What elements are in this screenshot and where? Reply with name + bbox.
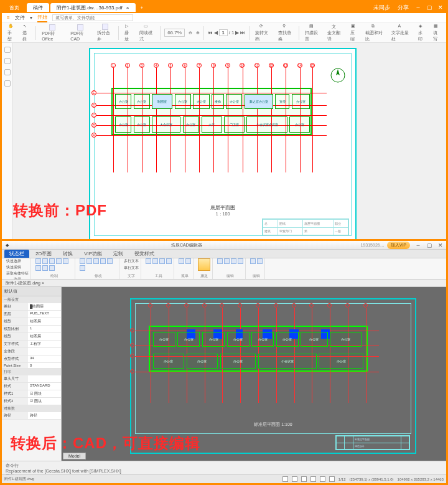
comments-icon[interactable] <box>4 69 11 75</box>
property-row[interactable]: 线型绘图层 <box>2 333 61 341</box>
close-window-icon[interactable]: ✕ <box>435 4 446 11</box>
tab-home[interactable]: 首页 <box>3 3 26 12</box>
read-mode-button[interactable]: ▭阅读模式 <box>138 23 156 43</box>
ribbon: 快速选择 快速编辑 获取实体特征 选择 绘制 修改 多行文本 单行文本 文字 工… <box>2 258 446 280</box>
compass-icon <box>330 68 345 83</box>
cad-title-block: 标准层平面图床位设计 <box>335 435 410 450</box>
ribbon-tabs: 状态栏 2D草图 转换 VIP功能 定制 视觉样式 <box>2 250 446 258</box>
close-icon[interactable]: × <box>126 5 129 11</box>
maximize-icon[interactable]: ▢ <box>424 4 435 11</box>
pdf-menubar: ≡ 文件▾ 开始 <box>2 13 446 23</box>
text-batch-button[interactable]: A文字批量处 <box>390 23 412 43</box>
thumbnails-icon[interactable] <box>4 47 11 53</box>
property-row[interactable]: 全体段 <box>2 348 61 356</box>
pdf-drawing-page: 1 2 3 4 5 6 7 8 9 10 11 12 13 14 15 E D … <box>89 48 357 239</box>
sync-status[interactable]: 未同步 <box>370 4 394 12</box>
watermark-button[interactable]: ◈水印 <box>416 23 427 43</box>
pdf-titlebar: 首页 稿件 附件1-建筑图.dw…36-933.pdf× + 未同步 分享 – … <box>2 2 446 13</box>
fill-button[interactable]: ▦填写 <box>431 23 442 43</box>
ribbon-group-edit2: 编辑 <box>248 258 265 279</box>
tab-draft[interactable]: 稿件 <box>27 3 49 12</box>
status-toggle-5[interactable] <box>320 476 325 482</box>
scan-settings-button[interactable]: ▤扫描设置 <box>303 23 322 43</box>
status-dims: 104992 x 265283,2 x 14465 <box>398 478 444 481</box>
property-row[interactable]: 单头尺寸 <box>2 375 61 383</box>
split-merge-button[interactable]: 拆分合并 <box>95 23 114 43</box>
status-toggle-3[interactable] <box>301 476 307 482</box>
status-toggle-2[interactable] <box>292 476 297 482</box>
pdf-to-office-button[interactable]: PDF转Office <box>40 24 65 42</box>
drawing-scale: 1：100 <box>90 211 355 217</box>
new-tab-button[interactable]: + <box>137 3 147 12</box>
ribbon-group-snap: 捕捉 <box>196 258 213 279</box>
page-navigator: ⏮ ◀ /1 ▶ ⏭ <box>208 29 246 36</box>
cad-drawing-title: 标准层平面图 1:100 <box>131 421 415 428</box>
find-replace-button[interactable]: ⚲查找替换 <box>276 23 295 43</box>
feature-search-input[interactable] <box>52 14 133 21</box>
first-page-icon[interactable]: ⏮ <box>208 30 213 35</box>
ribbon-group-draw: 绘制 <box>34 258 75 279</box>
command-line[interactable]: 命令行 Replacement of the [Gecsta.SHX] font… <box>2 461 446 474</box>
property-row[interactable]: 文字样式工程字 <box>2 341 61 348</box>
status-coords: (254739,1) x (28941,5,1.0) <box>350 478 394 481</box>
ribbon-tab-custom[interactable]: 定制 <box>108 250 128 258</box>
status-toggle-1[interactable] <box>282 476 288 482</box>
model-tab[interactable]: Model <box>63 453 86 459</box>
page-input[interactable] <box>219 29 228 36</box>
cad-titlebar: ◆ 浩辰CAD编辑器 19315926… 加入VIP – ▢ ✕ <box>2 241 446 250</box>
property-row[interactable]: Point Size0 <box>2 363 61 369</box>
ribbon-tab-visual[interactable]: 视觉样式 <box>129 250 159 258</box>
book-icon: ▭ <box>144 24 150 30</box>
ribbon-group-menu: 菜单 <box>177 258 194 279</box>
play-button[interactable]: ▷播放 <box>123 23 134 43</box>
property-row[interactable]: 线型绘图层 <box>2 318 61 326</box>
properties-header: 默认值 <box>2 287 61 296</box>
last-page-icon[interactable]: ⏭ <box>240 30 245 35</box>
pdf-to-cad-button[interactable]: PDF转CAD <box>68 24 91 42</box>
document-tab[interactable]: 附件1-建筑图.dwg × <box>2 280 446 287</box>
share-button[interactable]: 分享 <box>394 4 413 12</box>
hand-tool-button[interactable]: ✋手型 <box>6 23 17 43</box>
user-label[interactable]: 19315926… <box>361 243 385 247</box>
next-page-icon[interactable]: ▶ <box>235 30 239 35</box>
status-bar: 附件1-建筑图.dwg 1/12 (254739,1) x (28941,5,1… <box>2 474 446 483</box>
ribbon-group-text: 多行文本 单行文本 文字 <box>122 258 141 279</box>
status-file: 附件1-建筑图.dwg <box>4 476 34 482</box>
compress-button[interactable]: ▣压缩 <box>348 23 360 43</box>
ribbon-tab-convert[interactable]: 转换 <box>58 250 78 258</box>
cad-close-icon[interactable]: ✕ <box>435 242 446 248</box>
property-row[interactable]: 样式1☑ 图块 <box>2 390 61 398</box>
cad-maximize-icon[interactable]: ▢ <box>424 242 435 248</box>
select-tool-button[interactable]: ↖选择 <box>21 23 32 43</box>
property-row[interactable]: 样式STANDARD <box>2 383 61 390</box>
menu-start[interactable]: 开始 <box>37 14 47 22</box>
tab-document[interactable]: 附件1-建筑图.dw…36-933.pdf× <box>50 3 136 12</box>
floorplan: 1 2 3 4 5 6 7 8 9 10 11 12 13 14 15 E D … <box>109 79 314 154</box>
status-toggle-6[interactable] <box>329 476 335 482</box>
property-row[interactable]: 样式2☑ 图块 <box>2 398 61 405</box>
property-row[interactable]: 线型比例1 <box>2 326 61 333</box>
prev-page-icon[interactable]: ◀ <box>214 30 218 35</box>
snap-icon[interactable] <box>198 258 210 271</box>
screenshot-button[interactable]: ⧉截图和对比 <box>363 23 386 43</box>
property-row[interactable]: 图层PUB_TEXT <box>2 311 61 318</box>
ribbon-tab-2dsketch[interactable]: 2D草图 <box>30 250 57 258</box>
minimize-icon[interactable]: – <box>413 4 424 11</box>
zoom-level[interactable]: 66.7% <box>164 29 185 37</box>
bookmarks-icon[interactable] <box>4 58 11 64</box>
zoom-in-icon[interactable]: ⊕ <box>196 31 200 35</box>
cad-drawing-sheet: 办公室 办公室 办公室 办公室 办公室 办公室 办公室 办公室 办公室 办公室 … <box>130 298 416 454</box>
ribbon-tab-status[interactable]: 状态栏 <box>4 250 29 258</box>
property-row[interactable]: 路径路径 <box>2 412 61 420</box>
cad-minimize-icon[interactable]: – <box>413 242 424 248</box>
menu-file[interactable]: 文件 <box>15 14 25 21</box>
property-row[interactable]: 点型样式34 <box>2 356 61 363</box>
property-row[interactable]: 类别█绘图层 <box>2 303 61 311</box>
ribbon-tab-vip[interactable]: VIP功能 <box>79 250 107 258</box>
status-toggle-4[interactable] <box>310 476 316 482</box>
rotate-button[interactable]: ⟳旋转文档 <box>253 23 272 43</box>
attachments-icon[interactable] <box>4 80 11 87</box>
translate-button[interactable]: 文全文翻译 <box>325 23 344 43</box>
zoom-out-icon[interactable]: ⊖ <box>189 31 192 35</box>
vip-button[interactable]: 加入VIP <box>387 242 410 249</box>
